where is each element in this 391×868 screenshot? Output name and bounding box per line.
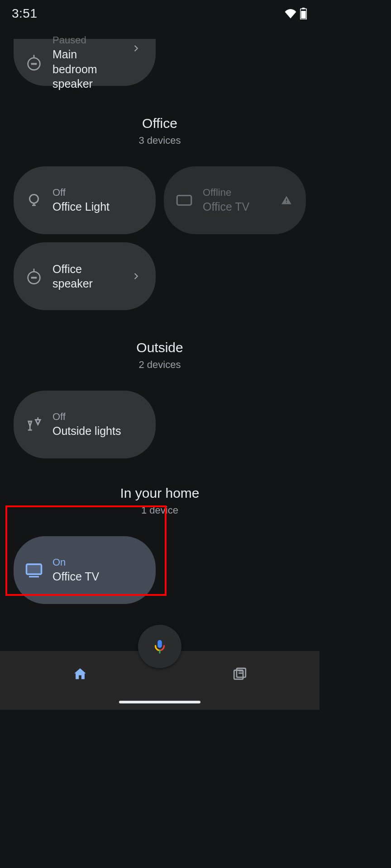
device-card-main-bedroom-speaker[interactable]: Paused Main bedroom speaker xyxy=(14,39,156,86)
svg-point-8 xyxy=(30,194,38,203)
assistant-mic-button[interactable] xyxy=(138,625,181,668)
device-name: Office speaker xyxy=(52,262,121,291)
battery-icon xyxy=(300,8,307,19)
svg-point-7 xyxy=(35,63,36,64)
svg-rect-2 xyxy=(301,11,305,19)
device-card-office-tv-on[interactable]: On Office TV xyxy=(14,536,156,604)
device-name: Outside lights xyxy=(52,424,143,439)
device-card-office-light[interactable]: Off Office Light xyxy=(14,166,156,234)
room-title: Outside xyxy=(14,340,306,355)
svg-rect-13 xyxy=(286,202,287,203)
device-card-office-speaker[interactable]: Office speaker xyxy=(14,242,156,310)
svg-point-17 xyxy=(33,277,34,278)
speaker-icon xyxy=(24,266,44,287)
svg-point-18 xyxy=(35,277,36,278)
device-name: Main bedroom speaker xyxy=(52,47,121,91)
room-header-in-your-home[interactable]: In your home 1 device xyxy=(14,486,306,516)
tv-icon xyxy=(174,190,195,211)
room-title: In your home xyxy=(14,486,306,501)
device-card-outside-lights[interactable]: Off Outside lights xyxy=(14,391,156,458)
device-status: Off xyxy=(52,187,143,198)
device-name: Office Light xyxy=(52,199,143,214)
svg-rect-25 xyxy=(157,640,162,648)
status-time: 3:51 xyxy=(12,6,38,21)
svg-point-5 xyxy=(32,63,33,64)
room-subtitle: 1 device xyxy=(14,505,306,516)
svg-point-6 xyxy=(33,63,34,64)
chevron-right-icon xyxy=(129,43,143,53)
device-status: Paused xyxy=(52,34,121,46)
warning-icon xyxy=(280,194,293,206)
svg-rect-11 xyxy=(177,196,191,205)
svg-rect-12 xyxy=(286,199,287,201)
room-header-outside[interactable]: Outside 2 devices xyxy=(14,340,306,371)
main-content: Paused Main bedroom speaker Office 3 dev… xyxy=(0,39,319,694)
svg-rect-1 xyxy=(302,8,305,9)
gesture-bar[interactable] xyxy=(119,701,200,703)
device-name: Office TV xyxy=(52,569,143,584)
lamp-group-icon xyxy=(24,414,44,435)
nav-feed[interactable] xyxy=(160,663,319,685)
device-card-office-tv-offline[interactable]: Offline Office TV xyxy=(164,166,306,234)
tv-icon xyxy=(24,560,44,580)
svg-rect-22 xyxy=(27,564,42,574)
nav-home[interactable] xyxy=(0,663,160,685)
lightbulb-icon xyxy=(24,190,44,211)
chevron-right-icon xyxy=(129,271,143,281)
room-title: Office xyxy=(14,116,306,131)
wifi-icon xyxy=(285,9,296,19)
speaker-icon xyxy=(24,52,44,73)
device-status: Offline xyxy=(203,187,272,198)
room-subtitle: 2 devices xyxy=(14,359,306,371)
status-bar: 3:51 xyxy=(0,0,319,27)
svg-point-16 xyxy=(32,277,33,278)
room-subtitle: 3 devices xyxy=(14,135,306,146)
device-status: On xyxy=(52,557,143,568)
status-icons xyxy=(285,8,307,19)
device-status: Off xyxy=(52,411,143,423)
device-name: Office TV xyxy=(203,199,272,214)
room-header-office[interactable]: Office 3 devices xyxy=(14,116,306,146)
